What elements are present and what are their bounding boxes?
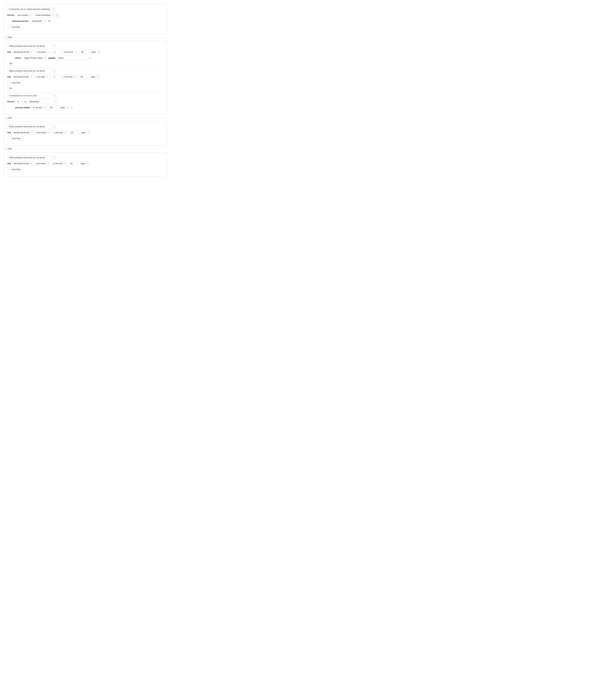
- group2-event-type-select[interactable]: ■ Clicked Email: [13, 75, 33, 79]
- group2-main-dropdown-row: What someone has done (or not done): [7, 69, 163, 73]
- and-was-added-label: and was added: [15, 106, 30, 109]
- group1-count-input[interactable]: [51, 50, 61, 54]
- main-dropdown-wrapper: If someone can or cannot receive marketi…: [7, 7, 55, 11]
- group2-add-filter-button[interactable]: ⊺ Add Filter: [7, 81, 23, 85]
- group3-sub-row: and was added in the last days ✕: [15, 105, 163, 110]
- info-icon[interactable]: i: [56, 14, 59, 17]
- group3-main-dropdown-row: If someone is in or not in a list: [7, 93, 163, 98]
- block3-days-input[interactable]: [68, 130, 78, 135]
- group1-main-dropdown-row: What someone has done (or not done): [7, 44, 163, 48]
- or-separator-1: OR: [7, 62, 163, 67]
- block3-main-dropdown-row: What someone has done (or not done): [7, 125, 163, 129]
- add-filter-row: ⊺ Add filter: [7, 25, 163, 29]
- group3-main-dropdown[interactable]: If someone is in or not in a list: [7, 93, 55, 98]
- because-close-button[interactable]: ✕: [47, 20, 51, 23]
- group2-add-filter-label: Add Filter: [12, 82, 21, 84]
- group1-condition-select[interactable]: is at least: [35, 50, 50, 54]
- block3-has-label: Has: [7, 131, 11, 134]
- marketing-main-dropdown[interactable]: If someone can or cannot receive marketi…: [7, 7, 55, 11]
- multi-or-condition-block: What someone has done (or not done) Has …: [4, 41, 167, 114]
- can-receive-select[interactable]: can receive: [16, 13, 32, 17]
- group3-person-row: Person is in Newsletter: [7, 99, 163, 104]
- group1-days-input[interactable]: [78, 50, 88, 54]
- block4-time-condition-wrapper: in the last: [51, 161, 67, 166]
- group1-days-unit-select[interactable]: days: [90, 50, 100, 54]
- block3-add-filter-label: Add Filter: [12, 137, 21, 140]
- marketing-condition-block: If someone can or cannot receive marketi…: [4, 4, 167, 34]
- group1-main-dropdown-wrapper: What someone has done (or not done): [7, 44, 55, 48]
- main-dropdown-row: If someone can or cannot receive marketi…: [7, 7, 163, 11]
- group2-count-input[interactable]: [51, 75, 61, 79]
- or-group-2: What someone has done (or not done) Has …: [7, 69, 163, 85]
- block4-days-unit-select[interactable]: days: [79, 161, 90, 166]
- block4-add-filter-button[interactable]: ⊺ Add Filter: [7, 167, 23, 172]
- group2-days-unit-select[interactable]: days: [89, 75, 100, 79]
- clicked-email-zero-block: What someone has done (or not done) Has …: [4, 152, 167, 176]
- group1-time-condition-select[interactable]: in the last: [62, 50, 77, 54]
- or-label-2: OR: [9, 87, 12, 90]
- where-close-button[interactable]: ✕: [89, 57, 91, 59]
- block3-days-unit-select[interactable]: days: [79, 130, 90, 135]
- and-connector-2: + AND: [4, 116, 167, 120]
- email-marketing-select[interactable]: email marketing: [34, 13, 55, 17]
- group2-condition-select[interactable]: is at least: [34, 75, 49, 79]
- group3-days-unit-select[interactable]: days: [59, 105, 69, 110]
- or-button-1[interactable]: OR: [7, 62, 14, 66]
- equals-value-input[interactable]: [57, 56, 87, 60]
- person-row: Person can receive email marketing i: [7, 13, 163, 17]
- or-button-2[interactable]: OR: [7, 87, 14, 90]
- group1-has-label: Has: [7, 51, 11, 53]
- group3-sub-close-button[interactable]: ✕: [71, 107, 73, 109]
- group3-is-select[interactable]: is: [16, 99, 23, 104]
- block3-condition-select[interactable]: zero times: [35, 130, 51, 135]
- and-connector-1: + AND: [4, 35, 167, 40]
- group2-event-type-wrapper: ■ Clicked Email: [13, 75, 33, 79]
- group3-days-input[interactable]: [48, 105, 57, 110]
- because-row: Because person subscribed ✕: [7, 19, 163, 23]
- block4-condition-select[interactable]: zero times: [34, 161, 50, 166]
- where-label: where: [15, 57, 21, 59]
- or-group-1: What someone has done (or not done) Has …: [7, 44, 163, 60]
- apple-privacy-select[interactable]: Apple Privacy Open: [22, 56, 47, 60]
- can-receive-wrapper: can receive: [16, 13, 32, 17]
- group3-days-unit-wrapper: days: [59, 105, 69, 110]
- subscribed-select[interactable]: subscribed: [30, 19, 46, 23]
- block3-time-condition-select[interactable]: in the last: [52, 130, 67, 135]
- subscribed-wrapper: subscribed: [30, 19, 46, 23]
- add-filter-button[interactable]: ⊺ Add filter: [7, 25, 22, 29]
- block4-condition-wrapper: zero times: [34, 161, 50, 166]
- filter-icon: ⊺: [10, 26, 11, 28]
- group1-event-type-select[interactable]: ■ Opened Email: [13, 50, 34, 54]
- group2-time-condition-select[interactable]: in the last: [62, 75, 77, 79]
- group1-where-row: where Apple Privacy Open equals ✕: [15, 56, 163, 60]
- block4-main-dropdown[interactable]: What someone has done (or not done): [7, 155, 55, 160]
- block3-add-filter-button[interactable]: ⊺ Add Filter: [7, 136, 23, 141]
- block4-event-type-select[interactable]: ■ Clicked Email: [13, 161, 33, 166]
- block3-main-dropdown-wrapper: What someone has done (or not done): [7, 125, 55, 129]
- person-label: Person: [7, 14, 14, 16]
- and-button-1[interactable]: + AND: [4, 35, 14, 40]
- group1-main-dropdown[interactable]: What someone has done (or not done): [7, 44, 55, 48]
- block3-filter-icon: ⊺: [10, 137, 11, 140]
- block3-condition-wrapper: zero times: [35, 130, 51, 135]
- block3-event-type-select[interactable]: ■ Opened Email: [13, 130, 34, 135]
- and-connector-3: + AND: [4, 146, 167, 151]
- group3-list-select[interactable]: Newsletter: [28, 99, 57, 104]
- block4-time-condition-select[interactable]: in the last: [51, 161, 67, 166]
- group2-has-row: Has ■ Clicked Email is at least in the l…: [7, 75, 163, 79]
- group3-time-condition-select[interactable]: in the last: [31, 105, 46, 110]
- and-button-2[interactable]: + AND: [4, 116, 14, 120]
- and-button-3[interactable]: + AND: [4, 146, 14, 151]
- and-label-2: + AND: [6, 117, 12, 119]
- block3-main-dropdown[interactable]: What someone has done (or not done): [7, 125, 55, 129]
- group2-days-input[interactable]: [78, 75, 88, 79]
- group3-is-wrapper: is: [16, 99, 23, 104]
- apple-privacy-wrapper: Apple Privacy Open: [22, 56, 47, 60]
- block4-has-row: Has ■ Clicked Email zero times in the la…: [7, 161, 163, 166]
- opened-email-zero-block: What someone has done (or not done) Has …: [4, 121, 167, 145]
- block4-days-input[interactable]: [68, 161, 78, 166]
- and-label-3: + AND: [6, 148, 12, 150]
- group2-main-dropdown[interactable]: What someone has done (or not done): [7, 69, 55, 73]
- group2-main-dropdown-wrapper: What someone has done (or not done): [7, 69, 55, 73]
- group2-has-label: Has: [7, 75, 11, 78]
